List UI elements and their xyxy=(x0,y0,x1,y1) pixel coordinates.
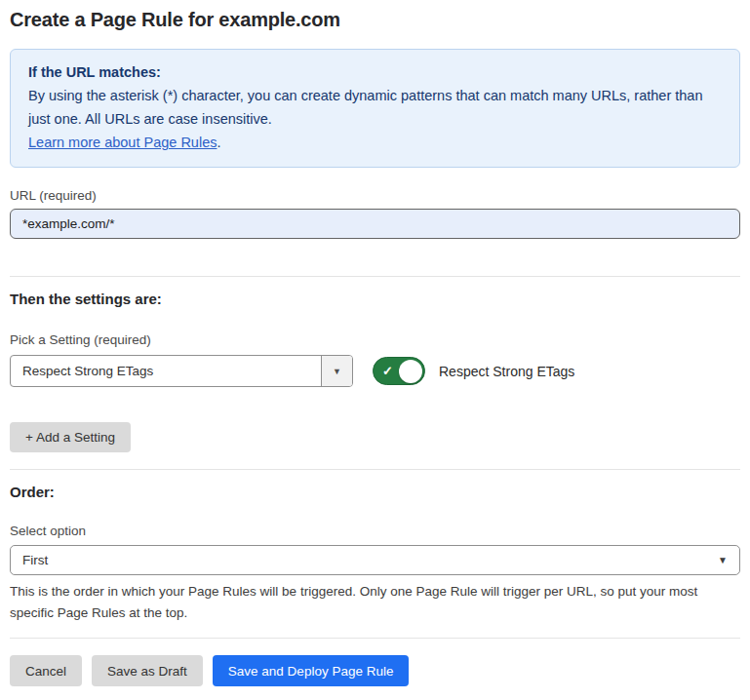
check-icon: ✓ xyxy=(382,364,393,378)
learn-more-link[interactable]: Learn more about Page Rules xyxy=(28,135,217,150)
save-draft-button[interactable]: Save as Draft xyxy=(92,655,203,686)
etag-toggle[interactable]: ✓ xyxy=(373,357,425,385)
setting-row: Respect Strong ETags ▼ ✓ Respect Strong … xyxy=(10,355,740,387)
caret-down-icon: ▼ xyxy=(333,367,341,376)
add-setting-button[interactable]: + Add a Setting xyxy=(10,422,131,452)
info-body: By using the asterisk (*) character, you… xyxy=(28,84,722,131)
actions-row: Cancel Save as Draft Save and Deploy Pag… xyxy=(10,655,740,686)
order-help-text: This is the order in which your Page Rul… xyxy=(10,581,736,624)
info-heading: If the URL matches: xyxy=(28,60,722,84)
page-title: Create a Page Rule for example.com xyxy=(10,9,740,31)
order-select-value: First xyxy=(22,553,718,567)
order-select-label: Select option xyxy=(10,524,740,538)
divider xyxy=(10,469,740,470)
toggle-knob xyxy=(399,360,422,383)
caret-down-icon: ▼ xyxy=(718,555,728,565)
order-select[interactable]: First ▼ xyxy=(10,545,740,575)
divider xyxy=(10,638,740,639)
url-label: URL (required) xyxy=(10,188,740,203)
cancel-button[interactable]: Cancel xyxy=(10,655,82,686)
page-rule-form: Create a Page Rule for example.com If th… xyxy=(0,9,750,686)
info-link-suffix: . xyxy=(217,135,220,150)
save-deploy-button[interactable]: Save and Deploy Page Rule xyxy=(213,655,410,686)
toggle-label: Respect Strong ETags xyxy=(439,364,574,379)
setting-select-value: Respect Strong ETags xyxy=(11,356,321,386)
settings-heading: Then the settings are: xyxy=(10,291,740,307)
setting-select-caret-button[interactable]: ▼ xyxy=(321,356,352,386)
info-banner: If the URL matches: By using the asteris… xyxy=(10,49,740,168)
order-heading: Order: xyxy=(10,484,740,500)
info-link-line: Learn more about Page Rules. xyxy=(28,131,722,154)
setting-select[interactable]: Respect Strong ETags ▼ xyxy=(10,355,353,387)
pick-setting-label: Pick a Setting (required) xyxy=(10,332,740,347)
url-input[interactable] xyxy=(10,209,740,239)
divider xyxy=(10,276,740,277)
